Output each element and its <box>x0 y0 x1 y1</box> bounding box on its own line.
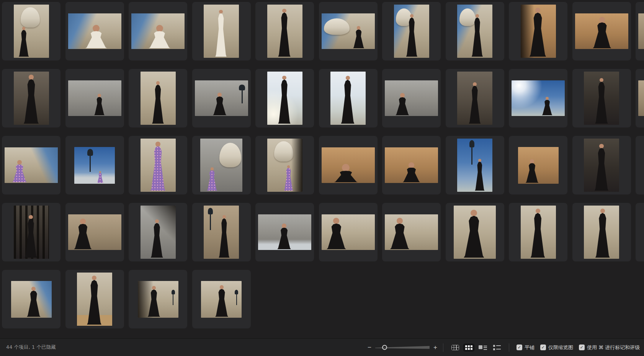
tile-checkbox[interactable]: ✓ 平铺 <box>517 344 534 351</box>
thumbnail-cell[interactable] <box>2 2 60 60</box>
thumbnail-cell[interactable] <box>65 2 124 60</box>
photo-thumbnail[interactable] <box>457 139 492 192</box>
thumbnail-cell[interactable] <box>572 69 631 127</box>
list-view-button[interactable] <box>491 343 503 352</box>
photo-thumbnail[interactable] <box>584 206 619 259</box>
thumbnail-cell[interactable] <box>382 2 441 60</box>
thumbnail-cell[interactable] <box>446 2 504 60</box>
thumbnail-cell[interactable] <box>2 203 60 261</box>
thumbnail-cell[interactable] <box>382 69 441 127</box>
photo-thumbnail[interactable] <box>322 147 375 183</box>
photo-thumbnail[interactable] <box>521 206 556 259</box>
slider-knob[interactable] <box>382 345 387 350</box>
thumbnail-cell[interactable] <box>319 136 378 194</box>
photo-thumbnail[interactable] <box>14 5 49 58</box>
thumbnail-cell[interactable] <box>255 2 314 60</box>
thumbnail-cell[interactable] <box>572 203 631 261</box>
photo-thumbnail[interactable] <box>267 5 302 58</box>
thumbnail-cell[interactable] <box>65 270 124 328</box>
photo-thumbnail[interactable] <box>68 80 121 116</box>
photo-thumbnail[interactable] <box>457 72 492 125</box>
photo-thumbnail[interactable] <box>584 72 619 125</box>
zoom-in-button[interactable]: + <box>433 344 438 351</box>
photo-thumbnail[interactable] <box>457 5 492 58</box>
photo-thumbnail[interactable] <box>195 80 248 116</box>
photo-thumbnail[interactable] <box>68 13 121 49</box>
photo-thumbnail[interactable] <box>330 72 366 125</box>
grid-view-button[interactable] <box>463 344 474 351</box>
photo-thumbnail[interactable] <box>258 214 311 250</box>
thumbnail-cell[interactable] <box>129 69 187 127</box>
thumbnail-cell[interactable] <box>65 136 124 194</box>
photo-thumbnail[interactable] <box>638 13 644 49</box>
photo-thumbnail[interactable] <box>141 72 176 125</box>
photo-thumbnail[interactable] <box>11 281 52 318</box>
photo-thumbnail[interactable] <box>14 72 49 125</box>
thumbnail-cell[interactable] <box>255 203 314 261</box>
thumbnail-cell[interactable] <box>446 136 504 194</box>
thumbnails-only-checkbox[interactable]: ✓ 仅限缩览图 <box>540 344 573 351</box>
photo-thumbnail[interactable] <box>131 13 185 49</box>
photo-thumbnail[interactable] <box>518 147 559 184</box>
thumbnail-cell[interactable] <box>192 136 251 194</box>
thumbnail-cell[interactable] <box>382 203 441 261</box>
thumbnail-cell[interactable] <box>572 136 631 194</box>
photo-thumbnail[interactable] <box>322 13 375 49</box>
photo-thumbnail[interactable] <box>521 5 556 58</box>
thumbnail-cell[interactable] <box>636 69 644 127</box>
thumbnail-cell[interactable] <box>572 2 631 60</box>
thumbnail-cell[interactable] <box>446 203 504 261</box>
photo-thumbnail[interactable] <box>5 147 58 183</box>
thumbnail-cell[interactable] <box>192 203 251 261</box>
thumbnail-cell[interactable] <box>509 136 567 194</box>
photo-thumbnail[interactable] <box>138 281 178 318</box>
thumbnail-cell[interactable] <box>446 69 504 127</box>
thumbnail-cell[interactable] <box>509 2 567 60</box>
thumbnail-cell[interactable] <box>382 136 441 194</box>
thumbnail-cell[interactable] <box>129 136 187 194</box>
thumbnail-cell[interactable] <box>319 203 378 261</box>
thumbnail-cell[interactable] <box>129 2 187 60</box>
thumbnail-cell[interactable] <box>2 69 60 127</box>
thumbnail-cell[interactable] <box>509 69 567 127</box>
photo-thumbnail[interactable] <box>385 147 438 183</box>
thumbnail-cell[interactable] <box>255 136 314 194</box>
photo-thumbnail[interactable] <box>575 13 628 49</box>
use-cmd-rating-checkbox[interactable]: ✓ 使用 ⌘ 进行标记和评级 <box>579 344 640 351</box>
table-view-button[interactable] <box>449 343 461 352</box>
photo-thumbnail[interactable] <box>141 139 176 192</box>
thumbnail-cell[interactable] <box>319 2 378 60</box>
thumbnail-size-slider[interactable] <box>375 345 430 351</box>
thumbnail-cell[interactable] <box>509 203 567 261</box>
photo-thumbnail[interactable] <box>14 206 49 259</box>
photo-thumbnail[interactable] <box>322 214 375 250</box>
thumbnail-cell[interactable] <box>192 270 251 328</box>
photo-thumbnail[interactable] <box>201 281 242 318</box>
thumbnail-cell[interactable] <box>2 136 60 194</box>
photo-thumbnail[interactable] <box>200 139 242 192</box>
photo-thumbnail[interactable] <box>394 5 429 58</box>
thumbnail-cell[interactable] <box>636 2 644 60</box>
thumbnail-cell[interactable] <box>255 69 314 127</box>
photo-thumbnail[interactable] <box>454 206 496 259</box>
photo-thumbnail[interactable] <box>74 147 115 184</box>
photo-thumbnail[interactable] <box>385 80 438 116</box>
thumbnail-cell[interactable] <box>129 270 187 328</box>
thumbnail-cell[interactable] <box>65 69 124 127</box>
photo-thumbnail[interactable] <box>638 80 644 116</box>
thumbnail-cell[interactable] <box>636 136 644 194</box>
photo-thumbnail[interactable] <box>141 206 176 259</box>
photo-thumbnail[interactable] <box>204 206 239 259</box>
list-preview-view-button[interactable] <box>477 344 489 351</box>
photo-thumbnail[interactable] <box>584 139 619 192</box>
photo-thumbnail[interactable] <box>204 5 239 58</box>
thumbnail-cell[interactable] <box>192 2 251 60</box>
photo-thumbnail[interactable] <box>267 139 302 192</box>
photo-thumbnail[interactable] <box>77 273 112 326</box>
photo-thumbnail[interactable] <box>385 214 438 250</box>
photo-thumbnail[interactable] <box>512 80 565 116</box>
photo-thumbnail[interactable] <box>68 214 121 250</box>
thumbnail-cell[interactable] <box>636 203 644 261</box>
zoom-out-button[interactable]: − <box>367 344 372 351</box>
thumbnail-cell[interactable] <box>2 270 60 328</box>
